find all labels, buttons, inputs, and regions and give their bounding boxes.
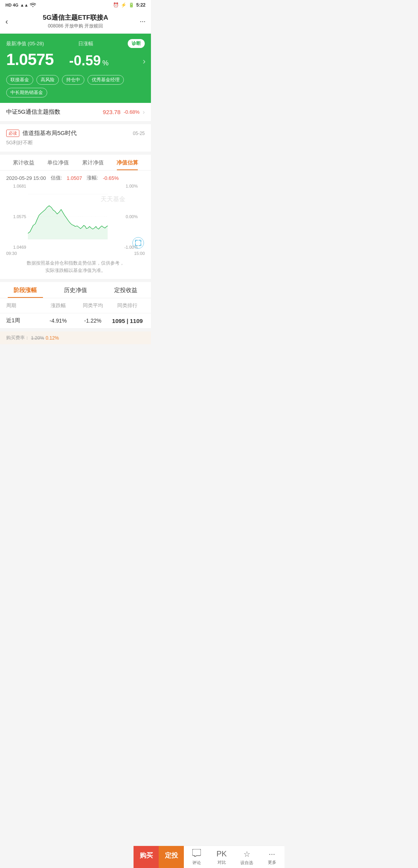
- status-right: ⏰ ⚡ 🔋 5:22: [113, 2, 146, 8]
- news-tag: 必读: [6, 130, 19, 137]
- news-subtitle: 5G利好不断: [6, 139, 145, 146]
- col-period: 周期: [6, 302, 41, 309]
- index-arrow-icon: ›: [143, 109, 145, 116]
- chart-tabs: 累计收益 单位净值 累计净值 净值估算: [0, 155, 151, 171]
- change-label: 日涨幅: [78, 40, 93, 47]
- time-display: 5:22: [136, 2, 146, 8]
- hero-arrow[interactable]: ›: [143, 56, 146, 67]
- signal-icon: ▲▲: [20, 3, 29, 7]
- hero-section: 最新净值 (05-28) 日涨幅 诊断 1.0575 -0.59 % ›: [0, 34, 151, 75]
- more-button[interactable]: ···: [135, 17, 146, 26]
- chart-disclaimer: 数据按照基金持仓和指数走势估算，仅供参考， 实际涨跌幅以基金净值为准。: [0, 256, 151, 276]
- y-bot-left: 1.0469: [13, 245, 26, 249]
- chart-watermark: 天天基金: [101, 195, 125, 203]
- tab-cumulative-return[interactable]: 累计收益: [6, 155, 41, 170]
- chg-value: -0.65%: [103, 175, 119, 181]
- tag-linked[interactable]: 联接基金: [6, 75, 33, 85]
- fund-code: 008086 开放申购 开放赎回: [16, 23, 135, 29]
- bottom-tabs-section: 阶段涨幅 历史净值 定投收益 周期 涨跌幅 同类平均 同类排行 近1周 -4.9…: [0, 282, 151, 331]
- tag-holding[interactable]: 持仓中: [62, 75, 84, 85]
- tab-unit-nav[interactable]: 单位净值: [41, 155, 76, 170]
- nav-label: 最新净值 (05-28): [6, 40, 44, 47]
- news-title: 借道指基布局5G时代: [22, 130, 77, 137]
- fee-original: 1.20%: [31, 335, 44, 341]
- est-label: 估值:: [51, 174, 62, 181]
- y-pct-mid: 0.00%: [124, 214, 138, 219]
- table-header: 周期 涨跌幅 同类平均 同类排行: [0, 298, 151, 313]
- y-pct-top: 1.00%: [124, 184, 138, 188]
- wifi-icon: [30, 2, 36, 8]
- index-change: -0.68%: [123, 109, 139, 115]
- index-name: 中证5G通信主题指数: [6, 108, 60, 116]
- tab-nav-estimate[interactable]: 净值估算: [110, 155, 145, 170]
- chg-label: 涨幅:: [87, 174, 98, 181]
- index-price: 923.78: [103, 109, 121, 115]
- status-left: HD 4G ▲▲: [5, 2, 36, 8]
- alarm-icon: ⏰: [113, 2, 119, 8]
- chart-date: 2020-05-29 15:00: [6, 175, 46, 181]
- chart-section: 累计收益 单位净值 累计净值 净值估算 2020-05-29 15:00 估值:…: [0, 155, 151, 282]
- battery-icon: 🔋: [128, 2, 134, 8]
- index-row[interactable]: 中证5G通信主题指数 923.78 -0.68% ›: [0, 103, 151, 124]
- tab-invest-return[interactable]: 定投收益: [101, 282, 151, 298]
- page-header: ‹ 5G通信主题ETF联接A 008086 开放申购 开放赎回 ···: [0, 10, 151, 34]
- index-values: 923.78 -0.68% ›: [103, 109, 145, 116]
- y-mid-left: 1.0575: [13, 214, 26, 219]
- chart-wrapper: 1.0681 1.0575 1.0469 1.00% 0.00% -1.00% …: [6, 184, 145, 249]
- chart-expand-button[interactable]: [132, 237, 144, 249]
- x-end: 15:00: [134, 251, 145, 256]
- y-top-left: 1.0681: [13, 184, 26, 188]
- tag-best-manager[interactable]: 优秀基金经理: [87, 75, 124, 85]
- chart-info: 2020-05-29 15:00 估值: 1.0507 涨幅: -0.65%: [0, 171, 151, 184]
- tag-hot-sale[interactable]: 中长期热销基金: [6, 88, 47, 97]
- cell-period: 近1周: [6, 317, 41, 324]
- diagnose-button[interactable]: 诊断: [128, 39, 145, 48]
- change-pct: %: [102, 59, 108, 67]
- change-value: -0.59: [69, 53, 101, 68]
- col-avg: 同类平均: [75, 302, 110, 309]
- section-tabs: 阶段涨幅 历史净值 定投收益: [0, 282, 151, 298]
- header-title-block: 5G通信主题ETF联接A 008086 开放申购 开放赎回: [16, 13, 135, 29]
- news-date: 05-25: [133, 131, 145, 136]
- tab-cumulative-nav[interactable]: 累计净值: [75, 155, 110, 170]
- col-rank: 同类排行: [110, 302, 145, 309]
- tags-section: 联接基金 高风险 持仓中 优秀基金经理 中长期热销基金: [0, 75, 151, 103]
- fee-discount: 0.12%: [46, 335, 59, 341]
- tab-history-nav[interactable]: 历史净值: [50, 282, 101, 298]
- network-indicator: HD 4G: [5, 3, 19, 7]
- col-change: 涨跌幅: [41, 302, 76, 309]
- x-start: 09:30: [6, 251, 17, 256]
- news-section[interactable]: 必读 借道指基布局5G时代 05-25 5G利好不断: [0, 124, 151, 155]
- tag-high-risk[interactable]: 高风险: [36, 75, 59, 85]
- y-axis-left: 1.0681 1.0575 1.0469: [13, 184, 26, 249]
- cell-change: -4.91%: [41, 318, 76, 324]
- bluetooth-icon: ⚡: [121, 2, 127, 8]
- x-axis: 09:30 15:00: [0, 249, 151, 256]
- est-value: 1.0507: [67, 175, 82, 181]
- fee-bar: 购买费率： 1.20% 0.12%: [0, 331, 151, 344]
- status-bar: HD 4G ▲▲ ⏰ ⚡ 🔋 5:22: [0, 0, 151, 10]
- nav-value: 1.0575: [6, 50, 53, 68]
- cell-avg: -1.22%: [75, 318, 110, 324]
- fund-name: 5G通信主题ETF联接A: [16, 13, 135, 22]
- fee-label: 购买费率：: [6, 335, 29, 341]
- tab-stage-return[interactable]: 阶段涨幅: [0, 282, 50, 298]
- back-button[interactable]: ‹: [5, 17, 16, 26]
- table-row: 近1周 -4.91% -1.22% 1095 | 1109: [0, 313, 151, 328]
- svg-marker-3: [28, 206, 108, 239]
- cell-rank: 1095 | 1109: [110, 318, 145, 324]
